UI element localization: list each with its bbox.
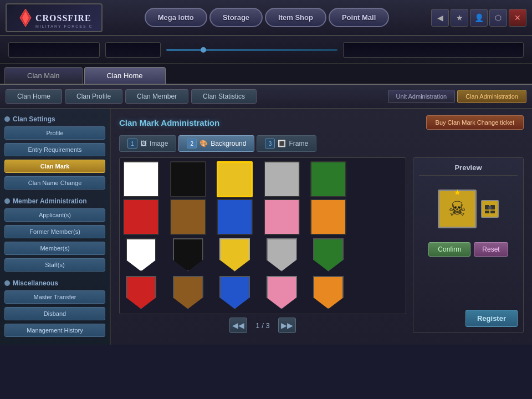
color-yellow[interactable] xyxy=(217,161,253,197)
shield-black[interactable] xyxy=(170,237,206,273)
sidebar: Clan Settings Profile Entry Requirements… xyxy=(0,109,111,345)
mega-lotto-btn[interactable]: Mega lotto xyxy=(145,8,207,27)
background-tab-label: Background xyxy=(211,140,246,147)
item-shop-btn[interactable]: Item Shop xyxy=(265,8,326,27)
management-history-btn[interactable]: Management History xyxy=(4,324,105,337)
color-white[interactable] xyxy=(123,161,159,197)
color-blue[interactable] xyxy=(217,199,253,235)
sub-nav-clan-member[interactable]: Clan Member xyxy=(125,89,188,104)
shield-gray[interactable] xyxy=(264,237,300,273)
shield-white[interactable] xyxy=(123,237,159,273)
sub-nav-clan-home[interactable]: Clan Home xyxy=(6,89,62,104)
miscellaneous-label: Miscellaneous xyxy=(13,279,58,287)
sub-nav-clan-profile[interactable]: Clan Profile xyxy=(65,89,122,104)
color-empty-1 xyxy=(357,161,393,197)
color-pink[interactable] xyxy=(264,199,300,235)
shield-brown[interactable] xyxy=(170,274,206,310)
admin-buttons: Unit Administration Clan Administration xyxy=(388,90,527,103)
prev-page-btn[interactable]: ◀◀ xyxy=(229,318,247,333)
close-icon[interactable]: ✕ xyxy=(509,9,526,27)
color-brown[interactable] xyxy=(170,199,206,235)
mark-tab-image[interactable]: 1 🖼 Image xyxy=(119,135,176,152)
profile-btn[interactable]: Profile xyxy=(4,126,105,140)
applicants-btn[interactable]: Applicant(s) xyxy=(4,208,105,222)
svg-rect-6 xyxy=(485,211,489,213)
member-admin-label: Member Administration xyxy=(13,197,87,205)
clan-settings-label: Clan Settings xyxy=(13,115,55,123)
color-orange[interactable] xyxy=(310,199,346,235)
mark-tabs: 1 🖼 Image 2 🎨 Background 3 🔳 Frame xyxy=(119,135,524,152)
shield-empty-1 xyxy=(357,237,393,273)
shield-pink[interactable] xyxy=(264,274,300,310)
tab-clan-main[interactable]: Clan Main xyxy=(4,67,83,84)
back-icon[interactable]: ◀ xyxy=(431,9,449,27)
shield-orange[interactable] xyxy=(310,274,346,310)
shield-green[interactable] xyxy=(310,237,346,273)
clan-admin-btn[interactable]: Clan Administration xyxy=(457,90,526,103)
search-input-1[interactable] xyxy=(8,42,100,58)
tab-num-3: 3 xyxy=(265,139,275,149)
bullet-member-admin xyxy=(4,198,10,204)
right-content: Clan Mark Administration Buy Clan Mark C… xyxy=(111,109,532,345)
shield-yellow[interactable] xyxy=(217,237,253,273)
former-members-btn[interactable]: Former Member(s) xyxy=(4,225,105,238)
background-tab-icon: 🎨 xyxy=(200,140,208,147)
image-tab-icon: 🖼 xyxy=(140,140,147,147)
master-transfer-btn[interactable]: Master Transfer xyxy=(4,290,105,304)
settings-icon[interactable]: ⬡ xyxy=(489,9,507,27)
confirm-btn[interactable]: Confirm xyxy=(428,242,470,257)
sub-nav-clan-statistics[interactable]: Clan Statistics xyxy=(191,89,257,104)
shield-empty-2 xyxy=(357,274,393,310)
disband-btn[interactable]: Disband xyxy=(4,307,105,320)
tab-clan-home[interactable]: Clan Home xyxy=(84,67,166,84)
mark-tab-background[interactable]: 2 🎨 Background xyxy=(178,135,254,152)
star-icon[interactable]: ★ xyxy=(451,9,468,27)
tab-num-2: 2 xyxy=(187,139,197,149)
top-bar: CROSSFIRE MILITARY FORCES CORPORATION Me… xyxy=(0,0,532,36)
preview-clan-mark: ★ xyxy=(438,190,477,228)
shield-blue[interactable] xyxy=(217,274,253,310)
color-panel: ◀◀ 1 / 3 ▶▶ xyxy=(119,157,406,333)
search-input-2[interactable] xyxy=(105,42,161,58)
tab-num-1: 1 xyxy=(127,139,137,149)
point-mall-btn[interactable]: Point Mall xyxy=(329,8,389,27)
clan-name-change-btn[interactable]: Clan Name Change xyxy=(4,176,105,190)
register-btn[interactable]: Register xyxy=(466,310,518,327)
color-empty-2 xyxy=(357,199,393,235)
mark-tab-frame[interactable]: 3 🔳 Frame xyxy=(257,135,316,152)
color-grid xyxy=(119,157,406,314)
clan-mark-btn[interactable]: Clan Mark xyxy=(4,160,105,173)
reset-btn[interactable]: Reset xyxy=(474,242,508,257)
svg-text:MILITARY FORCES CORPORATION: MILITARY FORCES CORPORATION xyxy=(35,24,93,28)
staffs-btn[interactable]: Staff(s) xyxy=(4,258,105,272)
unit-admin-btn[interactable]: Unit Administration xyxy=(388,90,456,103)
members-btn[interactable]: Member(s) xyxy=(4,242,105,255)
color-black[interactable] xyxy=(170,161,206,197)
storage-btn[interactable]: Storage xyxy=(209,8,263,27)
member-admin-section: Member Administration xyxy=(4,197,105,205)
content-area: Clan Home Clan Profile Clan Member Clan … xyxy=(0,84,532,345)
top-icons: ◀ ★ 👤 ⬡ ✕ xyxy=(431,9,526,27)
page-info: 1 / 3 xyxy=(255,321,269,330)
nav-buttons: Mega lotto Storage Item Shop Point Mall xyxy=(108,8,426,27)
shield-red[interactable] xyxy=(123,274,159,310)
preview-title: Preview xyxy=(419,163,518,176)
color-green[interactable] xyxy=(310,161,346,197)
next-page-btn[interactable]: ▶▶ xyxy=(278,318,296,333)
buy-ticket-btn[interactable]: Buy Clan Mark Change ticket xyxy=(426,115,524,130)
svg-point-8 xyxy=(488,206,492,209)
preview-small-mark xyxy=(481,200,499,218)
color-gray[interactable] xyxy=(264,161,300,197)
entry-requirements-btn[interactable]: Entry Requirements xyxy=(4,143,105,156)
pagination: ◀◀ 1 / 3 ▶▶ xyxy=(119,318,406,333)
color-red[interactable] xyxy=(123,199,159,235)
clan-settings-section: Clan Settings xyxy=(4,115,105,123)
bullet-clan-settings xyxy=(4,116,10,122)
bullet-miscellaneous xyxy=(4,280,10,286)
sub-nav: Clan Home Clan Profile Clan Member Clan … xyxy=(0,85,532,109)
image-tab-label: Image xyxy=(150,140,168,147)
svg-text:CROSSFIRE: CROSSFIRE xyxy=(35,13,91,23)
preview-display: ★ xyxy=(432,181,504,237)
search-input-3[interactable] xyxy=(343,42,524,58)
user-icon[interactable]: 👤 xyxy=(470,9,488,27)
